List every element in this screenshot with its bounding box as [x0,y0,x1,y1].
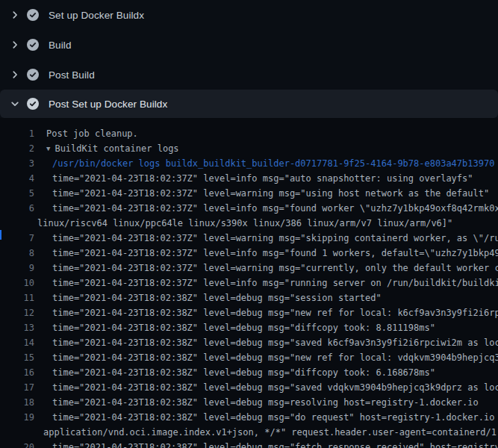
log-text: time="2021-04-23T18:02:37Z" level=warnin… [52,231,498,246]
log-text: time="2021-04-23T18:02:38Z" level=debug … [52,305,498,320]
step-label: Post Build [49,69,95,81]
log-text: time="2021-04-23T18:02:38Z" level=debug … [52,395,479,410]
line-number[interactable]: 9 [0,261,34,276]
steps-list: Set up Docker BuildxBuildPost BuildPost … [0,0,498,118]
log-text: time="2021-04-23T18:02:38Z" level=debug … [52,350,498,365]
log-text: time="2021-04-23T18:02:37Z" level=info m… [52,276,498,290]
chevron-right-icon [9,39,21,51]
check-circle-icon [27,9,39,21]
log-line: 19time="2021-04-23T18:02:38Z" level=debu… [0,410,498,425]
log-line: application/vnd.oci.image.index.v1+json,… [0,425,498,440]
chevron-right-icon [9,69,21,81]
log-line: 11time="2021-04-23T18:02:38Z" level=debu… [0,290,498,305]
step-row-build[interactable]: Build [0,30,498,60]
line-number[interactable]: 5 [0,186,34,201]
line-number[interactable]: 16 [0,365,34,380]
step-row-set-up-docker-buildx[interactable]: Set up Docker Buildx [0,0,498,30]
log-line: 18time="2021-04-23T18:02:38Z" level=debu… [0,395,498,410]
step-row-post-set-up-docker-buildx[interactable]: Post Set up Docker Buildx [0,90,498,118]
line-number[interactable]: 17 [0,380,34,395]
log-text: time="2021-04-23T18:02:38Z" level=debug … [52,335,498,350]
step-label: Build [49,40,72,51]
log-line: 5time="2021-04-23T18:02:37Z" level=warni… [0,186,498,201]
log-text: Post job cleanup. [46,126,138,141]
log-group-toggle[interactable]: ▼BuildKit container logs [46,141,179,156]
log-line: 6time="2021-04-23T18:02:37Z" level=info … [0,201,498,216]
line-number[interactable]: 1 [0,126,34,141]
chevron-down-icon [9,98,21,110]
check-circle-icon [27,98,39,110]
line-number[interactable]: 10 [0,276,34,290]
log-line: 3/usr/bin/docker logs buildx_buildkit_bu… [0,156,498,171]
log-text: time="2021-04-23T18:02:37Z" level=info m… [52,246,498,261]
log-line: linux/riscv64 linux/ppc64le linux/s390x … [0,216,498,231]
step-row-post-build[interactable]: Post Build [0,60,498,90]
log-line: 12time="2021-04-23T18:02:38Z" level=debu… [0,305,498,320]
log-text: time="2021-04-23T18:02:38Z" level=debug … [52,380,498,395]
line-number[interactable]: 3 [0,156,34,171]
log-line: 13time="2021-04-23T18:02:38Z" level=debu… [0,320,498,335]
log-line: 8time="2021-04-23T18:02:37Z" level=info … [0,246,498,261]
log-text: time="2021-04-23T18:02:38Z" level=debug … [52,290,382,305]
log-text: application/vnd.oci.image.index.v1+json,… [43,425,498,440]
log-command-text[interactable]: /usr/bin/docker logs buildx_buildkit_bui… [52,156,494,171]
log-line: 2▼BuildKit container logs [0,141,498,156]
log-line: 9time="2021-04-23T18:02:37Z" level=warni… [0,261,498,276]
log-text: time="2021-04-23T18:02:37Z" level=warnin… [52,186,489,201]
line-number[interactable]: 4 [0,171,34,186]
step-label: Set up Docker Buildx [49,10,144,21]
line-number[interactable]: 6 [0,201,34,216]
log-line: 16time="2021-04-23T18:02:38Z" level=debu… [0,365,498,380]
log-text: time="2021-04-23T18:02:38Z" level=debug … [52,365,435,380]
group-label: BuildKit container logs [55,143,178,154]
line-number[interactable]: 2 [0,141,34,156]
line-number[interactable]: 14 [0,335,34,350]
step-label: Post Set up Docker Buildx [49,99,167,110]
log-text: time="2021-04-23T18:02:37Z" level=info m… [52,201,498,216]
log-line: 7time="2021-04-23T18:02:37Z" level=warni… [0,231,498,246]
log-line: 10time="2021-04-23T18:02:37Z" level=info… [0,276,498,290]
log-line: 17time="2021-04-23T18:02:38Z" level=debu… [0,380,498,395]
line-number[interactable]: 19 [0,410,34,425]
log-text: time="2021-04-23T18:02:38Z" level=debug … [52,440,498,448]
line-number[interactable]: 13 [0,320,34,335]
log-text: time="2021-04-23T18:02:37Z" level=info m… [52,171,473,186]
line-number[interactable]: 12 [0,305,34,320]
log-text: linux/riscv64 linux/ppc64le linux/s390x … [37,216,452,231]
log-line: 15time="2021-04-23T18:02:38Z" level=debu… [0,350,498,365]
line-number[interactable]: 15 [0,350,34,365]
log-pane: 1Post job cleanup.2▼BuildKit container l… [0,118,498,448]
log-line: 14time="2021-04-23T18:02:38Z" level=debu… [0,335,498,350]
log-lines: 1Post job cleanup.2▼BuildKit container l… [0,126,498,448]
log-text: time="2021-04-23T18:02:38Z" level=debug … [52,410,498,425]
check-circle-icon [27,39,39,51]
log-text: time="2021-04-23T18:02:37Z" level=warnin… [52,261,498,276]
line-number[interactable]: 8 [0,246,34,261]
log-line: 20time="2021-04-23T18:02:38Z" level=debu… [0,440,498,448]
line-number[interactable]: 20 [0,440,34,448]
line-number[interactable]: 7 [0,231,34,246]
log-line: 4time="2021-04-23T18:02:37Z" level=info … [0,171,498,186]
log-text: time="2021-04-23T18:02:38Z" level=debug … [52,320,435,335]
log-line: 1Post job cleanup. [0,126,498,141]
triangle-down-icon: ▼ [46,141,50,156]
chevron-right-icon [9,9,21,21]
check-circle-icon [27,69,39,81]
line-number[interactable]: 11 [0,290,34,305]
line-number[interactable]: 18 [0,395,34,410]
actions-log-viewer: Set up Docker BuildxBuildPost BuildPost … [0,0,498,448]
